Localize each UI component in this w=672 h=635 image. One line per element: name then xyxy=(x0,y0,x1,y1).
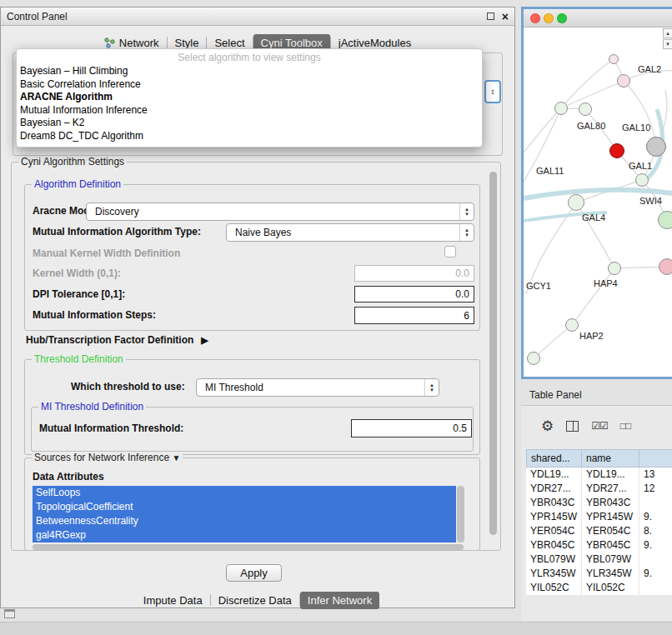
column-header-extra[interactable] xyxy=(639,449,672,468)
columns-icon[interactable] xyxy=(566,421,579,432)
popup-placeholder: Select algorithm to view settings xyxy=(17,52,482,65)
network-node-selected-red[interactable] xyxy=(609,143,624,158)
sources-section-toggle[interactable]: Sources for Network Inference ▼ xyxy=(32,452,183,463)
scroll-up-button[interactable]: ▲ xyxy=(663,28,672,38)
attribute-item[interactable]: SelfLoops xyxy=(33,486,456,500)
algorithm-option[interactable]: Mutual Information Inference xyxy=(17,104,482,118)
network-window-titlebar[interactable] xyxy=(524,9,672,28)
dpi-tolerance-label: DPI Tolerance [0,1]: xyxy=(33,288,125,300)
cyni-bottom-tabs: Impute Data Discretize Data Infer Networ… xyxy=(1,591,514,609)
tab-infer-network[interactable]: Infer Network xyxy=(300,592,379,609)
algorithm-dropdown-popup: Select algorithm to view settings Bayesi… xyxy=(16,48,483,148)
network-node[interactable] xyxy=(554,102,568,115)
network-node-label: GAL2 xyxy=(638,64,661,74)
table-row[interactable]: YBL079WYBL079W xyxy=(526,552,672,567)
kernel-width-input[interactable]: 0.0 xyxy=(354,265,474,282)
table-row[interactable]: YDR27...YDR27...12 xyxy=(526,482,672,496)
network-node[interactable] xyxy=(565,318,579,332)
network-node[interactable] xyxy=(635,173,649,187)
attribute-item[interactable]: TopologicalCoefficient xyxy=(33,500,456,514)
table-row[interactable]: YDL19...YDL19...13 xyxy=(526,468,672,482)
select-all-icon[interactable]: ☑☑ xyxy=(591,420,608,432)
minimize-button[interactable] xyxy=(544,13,554,23)
close-panel-icon[interactable]: × xyxy=(502,12,509,21)
algorithm-definition-title: Algorithm Definition xyxy=(32,178,123,190)
algorithm-option[interactable]: Bayesian – K2 xyxy=(17,117,482,130)
table-row[interactable]: YBR045CYBR045C9. xyxy=(526,538,672,552)
gear-icon[interactable]: ⚙ xyxy=(541,418,554,435)
table-panel-title: Table Panel xyxy=(529,389,582,401)
network-canvas[interactable]: GAL2 GAL80 GAL10 GAL11 GAL1 SWI4 GAL4 GC… xyxy=(524,28,672,376)
network-node[interactable] xyxy=(659,258,672,275)
expanded-arrow-icon: ▼ xyxy=(172,453,180,462)
bottom-strip xyxy=(0,622,672,635)
float-panel-icon[interactable] xyxy=(487,12,494,20)
combo-arrows-icon: ▲▼ xyxy=(459,203,474,220)
tab-discretize-data[interactable]: Discretize Data xyxy=(211,592,299,609)
close-button[interactable] xyxy=(530,13,540,23)
algorithm-option-selected[interactable]: ARACNE Algorithm xyxy=(17,91,482,104)
network-icon xyxy=(104,38,115,48)
network-node-label: GAL1 xyxy=(629,161,652,171)
threshold-definition-title: Threshold Definition xyxy=(32,353,126,365)
network-node-label: GAL4 xyxy=(582,212,605,222)
combo-arrows-icon: ▲▼ xyxy=(424,379,439,396)
settings-group-title: Cyni Algorithm Settings xyxy=(18,156,127,168)
apply-button[interactable]: Apply xyxy=(226,564,282,582)
aracne-mode-select[interactable]: Discovery ▲▼ xyxy=(86,202,474,221)
table-row[interactable]: YIL052CYIL052C xyxy=(526,581,672,595)
table-row[interactable]: YER054CYER054C8. xyxy=(526,524,672,538)
which-threshold-select[interactable]: MI Threshold ▲▼ xyxy=(196,378,439,397)
algorithm-option[interactable]: Dream8 DC_TDC Algorithm xyxy=(17,130,482,143)
mi-steps-input[interactable]: 6 xyxy=(354,307,474,324)
network-node[interactable] xyxy=(658,211,672,229)
network-node-label: GAL11 xyxy=(536,166,564,176)
dpi-tolerance-input[interactable]: 0.0 xyxy=(354,286,474,302)
tab-impute-data[interactable]: Impute Data xyxy=(136,592,210,609)
table-row[interactable]: YLR345WYLR345W9. xyxy=(526,567,672,581)
mi-steps-label: Mutual Information Steps: xyxy=(33,309,156,321)
mi-threshold-input[interactable]: 0.5 xyxy=(351,419,472,438)
algorithm-option[interactable]: Bayesian – Hill Climbing xyxy=(17,65,482,78)
mi-threshold-group-title: MI Threshold Definition xyxy=(38,401,146,412)
network-node[interactable] xyxy=(617,74,630,88)
zoom-button[interactable] xyxy=(557,13,567,23)
control-panel-window: Control Panel × Network Style Select Cyn… xyxy=(0,7,515,608)
settings-scrollbar[interactable] xyxy=(489,172,497,535)
network-node[interactable] xyxy=(609,54,619,64)
attribute-item[interactable]: BetweennessCentrality xyxy=(33,514,456,528)
network-node-label: GAL80 xyxy=(577,121,605,131)
mi-type-label: Mutual Information Algorithm Type: xyxy=(33,226,201,238)
control-panel-title: Control Panel xyxy=(7,11,68,22)
network-node-label: HAP2 xyxy=(579,331,604,341)
table-row[interactable]: YPR145WYPR145W9. xyxy=(526,510,672,524)
network-node[interactable] xyxy=(568,194,584,211)
collapsed-arrow-icon: ▶ xyxy=(201,335,208,346)
node-table: shared... name YDL19...YDL19...13 YDR27.… xyxy=(526,449,672,595)
column-header-name[interactable]: name xyxy=(582,449,639,468)
list-vertical-scrollbar[interactable] xyxy=(457,486,464,542)
network-window[interactable]: GAL2 GAL80 GAL10 GAL11 GAL1 SWI4 GAL4 GC… xyxy=(521,7,672,379)
data-attributes-label: Data Attributes xyxy=(33,471,104,482)
mi-type-select[interactable]: Naive Bayes ▲▼ xyxy=(226,223,474,242)
network-node-gray[interactable] xyxy=(646,137,666,157)
list-horizontal-scrollbar[interactable] xyxy=(33,544,464,550)
table-row[interactable]: YBR043CYBR043C xyxy=(526,496,672,510)
scroll-down-button[interactable]: ▼ xyxy=(663,39,672,49)
minimized-window-icon[interactable] xyxy=(4,609,15,618)
network-node-label: GCY1 xyxy=(526,281,551,291)
manual-kernel-checkbox[interactable] xyxy=(444,246,456,258)
deselect-all-icon[interactable]: □□ xyxy=(620,420,631,432)
algorithm-option[interactable]: Basic Correlation Inference xyxy=(17,78,482,92)
network-node[interactable] xyxy=(579,102,592,116)
manual-kernel-label: Manual Kernel Width Definition xyxy=(33,248,180,259)
table-panel: ⚙ ☑☑ □□ shared... name YDL19...YDL19...1… xyxy=(521,405,672,621)
attribute-item[interactable]: gal4RGexp xyxy=(33,528,456,542)
hub-section-toggle[interactable]: Hub/Transcription Factor Definition ▶ xyxy=(26,334,208,346)
table-panel-header: Table Panel xyxy=(521,384,672,405)
network-node[interactable] xyxy=(527,352,540,365)
column-header-shared-name[interactable]: shared... xyxy=(526,449,582,468)
network-node-label: SWI4 xyxy=(639,196,662,206)
focused-spinner[interactable]: ▲ ▼ xyxy=(484,80,501,103)
network-node[interactable] xyxy=(608,262,621,275)
